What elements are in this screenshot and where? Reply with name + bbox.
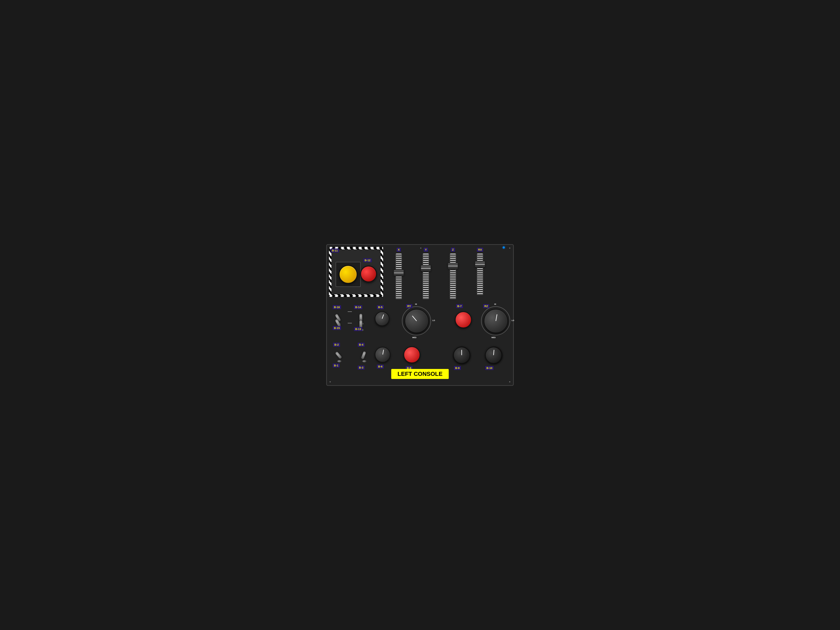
y-slider-track xyxy=(423,253,429,299)
screw-tc xyxy=(420,247,422,249)
screw-br xyxy=(509,381,511,383)
b7-badge: B-7 xyxy=(456,304,463,308)
x-slider-track xyxy=(396,253,402,299)
b4-badge: B-4 xyxy=(358,343,365,347)
console-panel: B-11 B-12 X Y Z RX xyxy=(326,244,514,386)
y-slider-handle[interactable] xyxy=(421,265,431,271)
z-slider-group: Z xyxy=(450,248,456,299)
ry-badge: RY xyxy=(406,304,412,308)
b11-badge: B-11 xyxy=(331,248,339,253)
b16-badge: B-16 xyxy=(333,305,341,309)
main-panel: B-11 B-12 X Y Z RX xyxy=(327,245,513,385)
rz-hi-label: HI xyxy=(494,303,496,305)
b10-badge: B-10 xyxy=(485,366,494,370)
ry-hi-label: HI xyxy=(415,303,417,305)
z-label: Z xyxy=(451,248,455,252)
ry-lo-label: LO xyxy=(433,319,435,322)
b7-button[interactable] xyxy=(455,311,472,328)
b15-badge: B-15 xyxy=(333,326,341,330)
b13-badge: B-13 xyxy=(354,327,362,331)
x-slider-group: X xyxy=(396,248,402,299)
rx-slider-track xyxy=(477,253,483,295)
b12-badge: B-12 xyxy=(363,258,372,262)
screw-tr xyxy=(509,247,511,249)
blue-led xyxy=(503,246,505,248)
x-slider-handle[interactable] xyxy=(393,270,404,276)
y-label: Y xyxy=(424,248,428,252)
b10-knob[interactable] xyxy=(485,347,502,363)
b2-badge: B-2 xyxy=(333,343,340,347)
rz-lo-label: LO xyxy=(512,319,515,322)
b14-badge: B-14 xyxy=(354,305,362,309)
screw-bl xyxy=(329,381,331,383)
b11-button[interactable] xyxy=(339,265,357,284)
z-slider-track xyxy=(450,253,456,299)
b4-toggle[interactable] xyxy=(362,351,367,363)
ry-knob[interactable] xyxy=(404,309,429,333)
rz-med-label: MED xyxy=(491,336,496,338)
rx-label: RX xyxy=(477,248,483,252)
rx-slider-group: RX xyxy=(477,248,483,295)
y-slider-group: Y xyxy=(423,248,429,299)
b9-badge: B-9 xyxy=(454,366,461,370)
console-label: LEFT CONSOLE xyxy=(391,369,449,379)
sep-b15 xyxy=(348,323,352,323)
b12-button[interactable] xyxy=(360,265,377,282)
rx-slider-handle[interactable] xyxy=(475,261,485,267)
x-label: X xyxy=(397,248,401,252)
b5-badge: B-5 xyxy=(377,305,384,309)
rz-ring: HI LO MED xyxy=(481,306,510,335)
b3-badge: B-3 xyxy=(358,366,365,369)
b5-knob[interactable] xyxy=(375,311,389,326)
b2-toggle[interactable] xyxy=(337,351,342,363)
ry-med-label: MED xyxy=(412,336,417,338)
b6-badge: B-6 xyxy=(377,365,384,368)
ry-ring: HI LO MED xyxy=(402,306,431,335)
b6-knob[interactable] xyxy=(375,347,390,363)
b8-button[interactable] xyxy=(404,346,420,363)
sep-b16 xyxy=(348,311,352,312)
b11-container xyxy=(336,262,361,287)
b9-knob[interactable] xyxy=(453,347,470,363)
z-slider-handle[interactable] xyxy=(448,263,458,269)
rz-knob[interactable] xyxy=(484,309,508,333)
rz-badge: RZ xyxy=(483,304,489,308)
b1-badge: B-1 xyxy=(333,363,339,368)
